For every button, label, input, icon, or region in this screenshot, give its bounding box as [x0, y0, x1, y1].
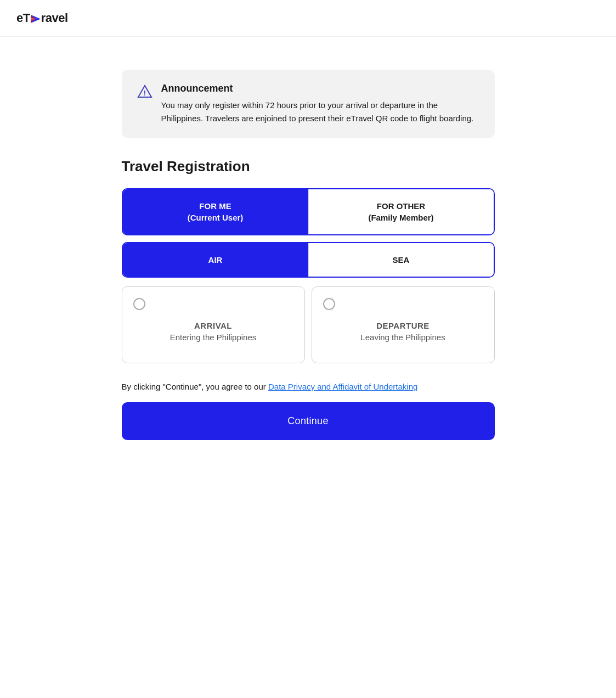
privacy-link[interactable]: Data Privacy and Affidavit of Undertakin… [268, 382, 417, 391]
air-button[interactable]: AIR [123, 243, 308, 277]
continue-button[interactable]: Continue [122, 402, 495, 440]
arrival-title: ARRIVAL [133, 321, 293, 330]
departure-title: DEPARTURE [323, 321, 483, 330]
logo[interactable]: eTravel [16, 11, 68, 25]
for-other-button[interactable]: FOR OTHER (Family Member) [308, 189, 494, 234]
svg-text:!: ! [143, 89, 145, 97]
arrival-subtitle: Entering the Philippines [133, 333, 293, 342]
alert-triangle-icon: ! [137, 84, 152, 102]
departure-label: DEPARTURE Leaving the Philippines [323, 321, 483, 342]
arrival-card[interactable]: ARRIVAL Entering the Philippines [122, 286, 305, 363]
announcement-body: You may only register within 72 hours pr… [161, 99, 479, 125]
arrival-label: ARRIVAL Entering the Philippines [133, 321, 293, 342]
transport-toggle: AIR SEA [122, 242, 495, 278]
announcement-content: Announcement You may only register withi… [161, 83, 479, 125]
announcement-box: ! Announcement You may only register wit… [122, 70, 495, 138]
sea-button[interactable]: SEA [308, 243, 494, 277]
main-content: ! Announcement You may only register wit… [111, 37, 506, 462]
arrival-radio[interactable] [133, 298, 145, 310]
announcement-title: Announcement [161, 83, 479, 94]
logo-text: eTravel [16, 11, 68, 25]
departure-radio[interactable] [323, 298, 335, 310]
direction-selection: ARRIVAL Entering the Philippines DEPARTU… [122, 286, 495, 363]
header: eTravel [0, 0, 616, 37]
consent-text: By clicking "Continue", you agree to our… [122, 381, 495, 393]
section-title: Travel Registration [122, 158, 495, 175]
for-who-toggle: FOR ME (Current User) FOR OTHER (Family … [122, 188, 495, 235]
logo-plane-icon [31, 15, 41, 23]
departure-card[interactable]: DEPARTURE Leaving the Philippines [312, 286, 495, 363]
departure-subtitle: Leaving the Philippines [323, 333, 483, 342]
for-me-button[interactable]: FOR ME (Current User) [123, 189, 308, 234]
